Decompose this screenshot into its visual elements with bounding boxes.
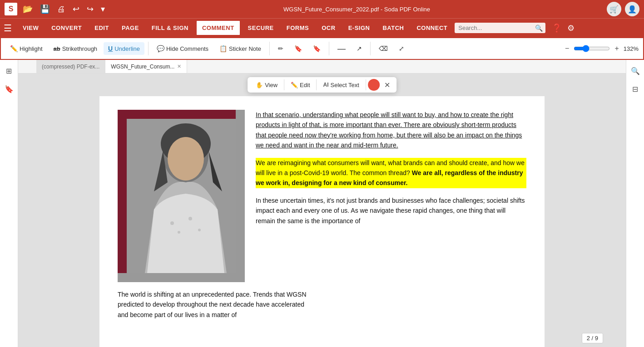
resize-icon: ⤢ <box>399 45 404 52</box>
svg-point-4 <box>170 221 174 225</box>
print-icon[interactable]: 🖨 <box>55 3 67 16</box>
pencil-tool[interactable]: ✏ <box>273 42 288 55</box>
bottom-right-paragraph: In these uncertain times, it's not just … <box>256 195 526 226</box>
nav-search-input[interactable] <box>455 23 545 33</box>
resize-tool[interactable]: ⤢ <box>394 42 409 55</box>
tab-compressed-pdf[interactable]: (compressed) PDF-ex... <box>36 60 105 73</box>
right-sidebar: 🔍 ⊟ <box>626 60 644 347</box>
nav-item-esign[interactable]: E-SIGN <box>343 21 376 35</box>
bookmarks-icon[interactable]: 🔖 <box>2 82 16 96</box>
tab-bar: (compressed) PDF-ex... WGSN_Future_Consu… <box>18 60 626 73</box>
comment-toolbar: ✏️ Highlight ab Strikethrough U Underlin… <box>0 37 644 60</box>
nav-item-comment[interactable]: COMMENT <box>196 20 241 36</box>
arrow-icon: ↗ <box>357 45 362 52</box>
save-icon[interactable]: 💾 <box>38 2 52 16</box>
stamp1-tool[interactable]: 🔖 <box>290 42 307 55</box>
ai-select-icon: AI <box>323 82 329 88</box>
page-image-container <box>118 110 245 282</box>
folder-open-icon[interactable]: 📂 <box>21 2 35 16</box>
more-icon[interactable]: ▾ <box>99 2 107 16</box>
eraser-tool[interactable]: ⌫ <box>374 42 392 55</box>
hamburger-menu[interactable]: ☰ <box>4 23 12 34</box>
underline-icon: U <box>108 45 113 52</box>
nav-item-forms[interactable]: FORMS <box>281 21 314 35</box>
float-separator-2 <box>317 79 317 90</box>
svg-point-6 <box>188 217 192 220</box>
arrow-tool[interactable]: ↗ <box>352 42 367 55</box>
page-text-right: In that scenario, understanding what peo… <box>256 110 526 282</box>
undo-icon[interactable]: ↩ <box>71 2 81 16</box>
redo-icon[interactable]: ↪ <box>85 2 95 16</box>
edit-pencil-icon: ✏️ <box>291 82 298 88</box>
zoom-slider[interactable] <box>574 45 610 52</box>
left-sidebar: ⊞ 🔖 <box>0 60 18 347</box>
line-icon: — <box>337 44 346 54</box>
zoom-controls: − + 132% <box>563 44 639 54</box>
color-picker-button[interactable] <box>368 79 380 91</box>
tab-wgsn-pdf[interactable]: WGSN_Future_Consum... ✕ <box>105 60 187 73</box>
document-area: ✋ View ✏️ Edit AI Select Text ✕ <box>18 73 626 347</box>
eraser-icon: ⌫ <box>379 45 388 52</box>
cart-icon[interactable]: 🛒 <box>607 2 621 16</box>
app-logo: S <box>5 3 17 15</box>
float-close-button[interactable]: ✕ <box>381 80 393 90</box>
nav-item-batch[interactable]: BATCH <box>377 21 409 35</box>
stamp1-icon: 🔖 <box>294 45 302 52</box>
svg-point-3 <box>168 137 204 181</box>
toolbar-separator-2 <box>269 42 270 55</box>
help-icon[interactable]: ❓ <box>550 21 564 35</box>
zoom-level: 132% <box>624 45 639 52</box>
nav-item-view[interactable]: VIEW <box>17 21 44 35</box>
hide-comments-icon: 💬 <box>157 45 164 52</box>
line-tool[interactable]: — <box>333 41 350 56</box>
nav-item-convert[interactable]: CONVERT <box>46 21 87 35</box>
nav-item-fill-sign[interactable]: FILL & SIGN <box>146 21 194 35</box>
bottom-left-paragraph: The world is shifting at an unprecedente… <box>118 289 311 320</box>
toolbar-separator-3 <box>329 42 329 55</box>
thumbnails-icon[interactable]: ⊞ <box>2 64 16 78</box>
nav-item-connect[interactable]: CONNECT <box>411 21 453 35</box>
nav-item-page[interactable]: PAGE <box>116 21 144 35</box>
toolbar-separator-1 <box>148 42 149 55</box>
underlined-paragraph: In that scenario, understanding what peo… <box>256 110 526 151</box>
settings-icon[interactable]: ⚙ <box>565 21 576 35</box>
float-separator-1 <box>284 79 284 90</box>
zoom-out-button[interactable]: − <box>563 44 571 54</box>
tab-close-button[interactable]: ✕ <box>177 64 181 69</box>
float-view-button[interactable]: ✋ View <box>251 79 282 91</box>
sticker-note-tool[interactable]: 📋 Sticker Note <box>215 42 266 55</box>
zoom-in-button[interactable]: + <box>613 44 620 54</box>
toolbar-separator-4 <box>370 42 371 55</box>
search-panel-icon[interactable]: 🔍 <box>628 64 643 78</box>
strikethrough-tool[interactable]: ab Strikethrough <box>49 43 102 55</box>
page-number: 2 / 9 <box>582 333 603 343</box>
panel-icon[interactable]: ⊟ <box>628 82 643 96</box>
floating-toolbar: ✋ View ✏️ Edit AI Select Text ✕ <box>248 77 396 93</box>
nav-item-ocr[interactable]: OCR <box>316 21 341 35</box>
underline-tool[interactable]: U Underline <box>104 42 144 55</box>
highlighted-paragraph: We are reimagining what consumers will w… <box>256 158 526 188</box>
strikethrough-icon: ab <box>54 45 60 52</box>
pencil-icon: ✏ <box>278 45 283 52</box>
svg-point-7 <box>198 229 201 231</box>
hide-comments-tool[interactable]: 💬 Hide Comments <box>152 42 213 55</box>
sticker-note-icon: 📋 <box>219 45 227 52</box>
nav-item-secure[interactable]: SECURE <box>243 21 279 35</box>
float-separator-3 <box>366 79 366 90</box>
stamp2-tool[interactable]: 🔖 <box>308 42 325 55</box>
hand-icon: ✋ <box>256 82 263 88</box>
stamp2-icon: 🔖 <box>313 45 321 52</box>
nav-item-edit[interactable]: EDIT <box>89 21 114 35</box>
window-title: WGSN_Future_Consumer_2022.pdf - Soda PDF… <box>110 6 603 13</box>
search-icon: 🔍 <box>535 24 543 32</box>
svg-point-5 <box>178 231 180 234</box>
float-select-text-button[interactable]: AI Select Text <box>319 79 364 91</box>
float-edit-button[interactable]: ✏️ Edit <box>286 79 314 91</box>
person-photo <box>127 119 236 273</box>
highlight-tool[interactable]: ✏️ Highlight <box>5 42 47 55</box>
highlight-icon: ✏️ <box>10 45 18 52</box>
user-icon[interactable]: 👤 <box>625 2 639 16</box>
pdf-page: In that scenario, understanding what peo… <box>99 96 545 347</box>
